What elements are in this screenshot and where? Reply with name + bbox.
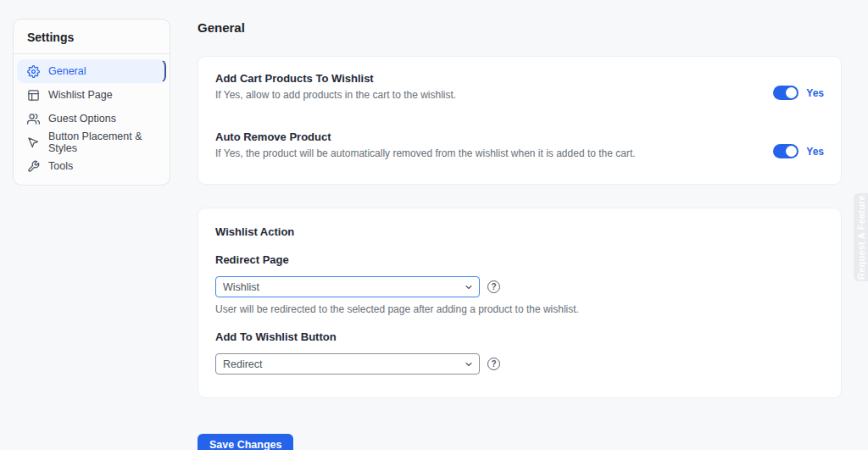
setting-auto-remove-product: Auto Remove Product If Yes, the product …	[215, 130, 824, 160]
add-cart-products-toggle[interactable]	[773, 86, 798, 100]
sidebar-item-label: Button Placement & Styles	[48, 130, 156, 154]
layout-icon	[27, 89, 40, 102]
setting-text: Add Cart Products To Wishlist If Yes, al…	[215, 72, 456, 102]
toggle-state-label: Yes	[806, 146, 824, 158]
settings-page: Settings General Wishlist Page Guest Opt…	[0, 0, 868, 455]
wishlist-action-title: Wishlist Action	[215, 225, 824, 239]
wrench-icon	[27, 160, 40, 173]
setting-control: Yes	[773, 86, 824, 100]
add-to-wishlist-help-icon[interactable]: ?	[487, 358, 500, 370]
toggle-knob	[786, 146, 797, 157]
redirect-page-control: Wishlist ?	[215, 276, 824, 297]
toggle-knob	[786, 87, 797, 98]
sidebar-item-label: Guest Options	[48, 113, 116, 125]
sidebar-item-wishlist-page[interactable]: Wishlist Page	[17, 83, 166, 107]
page-title: General	[198, 20, 842, 36]
sidebar-item-general[interactable]: General	[17, 59, 166, 83]
setting-text: Auto Remove Product If Yes, the product …	[215, 130, 636, 160]
users-icon	[27, 113, 40, 125]
gear-icon	[27, 65, 40, 78]
auto-remove-product-toggle[interactable]	[773, 144, 798, 158]
sidebar-item-label: General	[48, 65, 86, 77]
sidebar-title: Settings	[14, 19, 170, 54]
request-a-feature-tab[interactable]: Request A Feature	[854, 193, 868, 281]
sidebar-item-guest-options[interactable]: Guest Options	[17, 107, 166, 130]
toggle-state-label: Yes	[806, 87, 824, 99]
cursor-icon	[27, 136, 40, 149]
redirect-page-label: Redirect Page	[215, 253, 824, 267]
setting-description: If Yes, the product will be automaticall…	[215, 147, 636, 160]
setting-title: Add Cart Products To Wishlist	[215, 72, 456, 86]
add-to-wishlist-select-wrap: Redirect	[215, 353, 480, 375]
request-a-feature-label: Request A Feature	[856, 195, 866, 280]
toggle-settings-card: Add Cart Products To Wishlist If Yes, al…	[198, 56, 842, 185]
setting-title: Auto Remove Product	[215, 130, 636, 144]
settings-sidebar: Settings General Wishlist Page Guest Opt…	[13, 19, 170, 186]
main-content: General Add Cart Products To Wishlist If…	[198, 20, 842, 455]
sidebar-item-tools[interactable]: Tools	[17, 154, 166, 178]
add-to-wishlist-button-control: Redirect ?	[215, 353, 824, 375]
sidebar-nav: General Wishlist Page Guest Options Butt…	[14, 54, 170, 178]
sidebar-item-button-placement[interactable]: Button Placement & Styles	[17, 130, 166, 154]
setting-control: Yes	[773, 144, 824, 158]
redirect-page-select-wrap: Wishlist	[215, 276, 480, 297]
setting-add-cart-products: Add Cart Products To Wishlist If Yes, al…	[215, 72, 824, 102]
add-to-wishlist-button-label: Add To Wishlist Button	[215, 330, 824, 344]
redirect-page-help-icon[interactable]: ?	[487, 280, 500, 293]
sidebar-item-label: Tools	[48, 160, 73, 172]
setting-description: If Yes, allow to add products in the car…	[215, 89, 456, 102]
sidebar-item-label: Wishlist Page	[48, 89, 113, 101]
wishlist-action-card: Wishlist Action Redirect Page Wishlist ?…	[198, 208, 842, 398]
bottom-strip	[0, 450, 868, 455]
redirect-page-select[interactable]: Wishlist	[215, 276, 480, 297]
add-to-wishlist-select[interactable]: Redirect	[215, 353, 480, 375]
redirect-page-hint: User will be redirected to the selected …	[215, 303, 824, 316]
